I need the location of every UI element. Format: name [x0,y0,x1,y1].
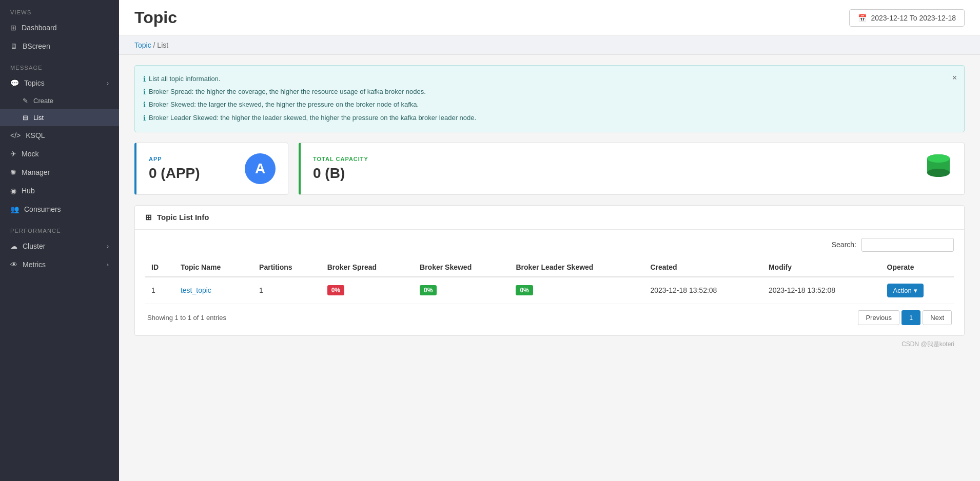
search-label: Search: [832,240,856,249]
topics-icon: 💬 [10,79,19,87]
page-content: × ℹ List all topic information. ℹ Broker… [119,55,980,361]
svg-point-3 [927,154,950,163]
list-icon: ⊟ [23,114,28,122]
sidebar-item-create[interactable]: ✎ Create [0,92,119,109]
cell-topic-name: test_topic [174,277,253,304]
broker-spread-badge: 0% [327,285,344,295]
capacity-stat-card: TOTAL CAPACITY 0 (B) [299,143,965,195]
sidebar-item-cluster-label: Cluster [23,242,45,250]
breadcrumb: Topic / List [119,36,980,55]
info-icon-2: ℹ [143,86,146,98]
col-partitions: Partitions [253,258,321,277]
date-range-label: 2023-12-12 To 2023-12-18 [871,14,956,22]
cell-broker-leader-skewed: 0% [509,277,644,304]
info-line-2: ℹ Broker Spread: the higher the coverage… [143,86,944,98]
col-operate: Operate [881,258,954,277]
close-banner-button[interactable]: × [952,71,957,86]
page-header: Topic 📅 2023-12-12 To 2023-12-18 [119,0,980,36]
sidebar-item-ksql[interactable]: </> KSQL [0,126,119,145]
stats-row: APP 0 (APP) A TOTAL CAPACITY 0 (B) [134,143,965,195]
page-1-button[interactable]: 1 [901,310,920,325]
table-icon: ⊞ [145,213,152,222]
sidebar-item-mock-label: Mock [22,150,38,158]
sidebar-item-dashboard[interactable]: ⊞ Dashboard [0,18,119,37]
sidebar-item-list-label: List [33,114,44,122]
broker-skewed-badge: 0% [420,285,437,295]
sidebar-item-dashboard-label: Dashboard [22,24,57,32]
sidebar-item-hub[interactable]: ◉ Hub [0,182,119,200]
table-section-header: ⊞ Topic List Info [135,206,964,230]
date-range-button[interactable]: 📅 2023-12-12 To 2023-12-18 [849,9,965,27]
mock-icon: ✈ [10,150,16,158]
breadcrumb-list: List [157,41,168,49]
col-modify: Modify [762,258,881,277]
app-icon: A [245,153,276,184]
info-banner: × ℹ List all topic information. ℹ Broker… [134,65,965,132]
action-button[interactable]: Action ▾ [887,284,924,297]
dropdown-icon: ▾ [914,287,917,294]
main-content: Topic 📅 2023-12-12 To 2023-12-18 Topic /… [119,0,980,481]
info-icon-3: ℹ [143,98,146,111]
metrics-arrow-icon: › [107,262,109,268]
cell-partitions: 1 [253,277,321,304]
sidebar: VIEWS ⊞ Dashboard 🖥 BScreen MESSAGE 💬 To… [0,0,119,481]
info-line-4: ℹ Broker Leader Skewed: the higher the l… [143,112,944,125]
create-icon: ✎ [23,97,28,105]
table-body: 1 test_topic 1 0% 0% 0% 2023-12-18 13:52… [145,277,954,304]
info-line-1: ℹ List all topic information. [143,73,944,86]
dashboard-icon: ⊞ [10,24,16,32]
col-broker-spread: Broker Spread [321,258,414,277]
topic-name-link[interactable]: test_topic [181,286,211,294]
info-icon-4: ℹ [143,112,146,125]
sidebar-item-topics[interactable]: 💬 Topics › [0,74,119,92]
sidebar-item-consumers-label: Consumers [24,205,61,213]
cell-broker-skewed: 0% [414,277,509,304]
calendar-icon: 📅 [858,14,867,22]
performance-label: PERFORMANCE [0,218,119,237]
sidebar-item-list[interactable]: ⊟ List [0,109,119,126]
search-input[interactable] [861,238,954,252]
col-broker-skewed: Broker Skewed [414,258,509,277]
broker-leader-skewed-badge: 0% [516,285,533,295]
next-button[interactable]: Next [923,310,952,325]
sidebar-item-cluster[interactable]: ☁ Cluster › [0,237,119,255]
sidebar-item-metrics[interactable]: 👁 Metrics › [0,255,119,274]
topics-table: ID Topic Name Partitions Broker Spread B… [145,258,954,304]
message-label: MESSAGE [0,55,119,74]
svg-point-2 [927,169,950,177]
col-id: ID [145,258,174,277]
sidebar-item-manager-label: Manager [22,168,50,176]
capacity-stat-label: TOTAL CAPACITY [313,156,368,162]
table-container: Search: ID Topic Name Partitions Broker … [135,230,964,335]
app-stat-value: 0 (APP) [149,165,200,182]
db-icon [925,153,952,184]
cell-modify: 2023-12-18 13:52:08 [762,277,881,304]
search-row: Search: [145,238,954,252]
cell-operate: Action ▾ [881,277,954,304]
sidebar-item-manager[interactable]: ✺ Manager [0,163,119,182]
pagination-controls: Previous 1 Next [858,310,952,325]
ksql-icon: </> [10,131,21,139]
table-section: ⊞ Topic List Info Search: ID Topic Name … [134,205,965,336]
capacity-stat-info: TOTAL CAPACITY 0 (B) [313,156,368,182]
app-stat-card: APP 0 (APP) A [134,143,288,195]
sidebar-item-consumers[interactable]: 👥 Consumers [0,200,119,218]
sidebar-item-ksql-label: KSQL [26,131,45,139]
metrics-icon: 👁 [10,260,17,269]
sidebar-item-create-label: Create [33,97,53,105]
previous-button[interactable]: Previous [858,310,899,325]
sidebar-item-hub-label: Hub [22,187,35,195]
views-label: VIEWS [0,0,119,18]
col-topic-name: Topic Name [174,258,253,277]
sidebar-item-bscreen[interactable]: 🖥 BScreen [0,37,119,55]
pagination-row: Showing 1 to 1 of 1 entries Previous 1 N… [145,304,954,327]
cell-created: 2023-12-18 13:52:08 [644,277,762,304]
breadcrumb-separator: / [153,41,155,49]
bscreen-icon: 🖥 [10,42,17,50]
cell-broker-spread: 0% [321,277,414,304]
app-stat-label: APP [149,156,200,162]
sidebar-item-mock[interactable]: ✈ Mock [0,145,119,163]
sidebar-item-bscreen-label: BScreen [23,42,50,50]
breadcrumb-topic-link[interactable]: Topic [134,41,151,49]
col-created: Created [644,258,762,277]
